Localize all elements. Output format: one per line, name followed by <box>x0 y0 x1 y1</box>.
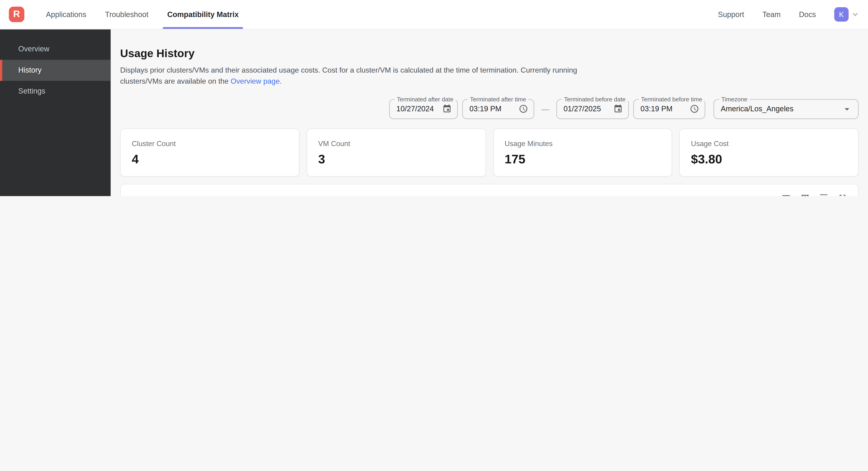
stat-label: Cluster Count <box>132 140 288 148</box>
stat-label: VM Count <box>318 140 474 148</box>
fullscreen-icon[interactable] <box>835 190 850 196</box>
columns-icon[interactable] <box>797 190 812 196</box>
stat-value: $3.80 <box>691 152 847 167</box>
timezone-value: America/Los_Angeles <box>721 105 841 113</box>
date-range-separator: — <box>538 105 552 113</box>
timezone-label: Timezone <box>719 96 750 102</box>
description-line2: clusters/VMs are available on the <box>120 77 230 85</box>
stat-value: 3 <box>318 152 474 167</box>
terminated-after-date-input[interactable]: Terminated after date 10/27/2024 <box>389 99 458 119</box>
stat-card-usage-cost: Usage Cost $3.80 <box>679 128 859 177</box>
nav-link-docs[interactable]: Docs <box>799 10 816 19</box>
clock-icon[interactable] <box>519 104 528 114</box>
description-line1: Displays prior clusters/VMs and their as… <box>120 66 577 74</box>
sidebar-item-settings[interactable]: Settings <box>0 81 111 102</box>
terminated-after-date-label: Terminated after date <box>395 96 456 102</box>
tab-troubleshoot[interactable]: Troubleshoot <box>101 0 153 29</box>
stat-value: 4 <box>132 152 288 167</box>
terminated-after-time-label: Terminated after time <box>468 96 528 102</box>
terminated-before-time-input[interactable]: Terminated before time 03:19 PM <box>633 99 705 119</box>
page-description: Displays prior clusters/VMs and their as… <box>120 65 859 87</box>
terminated-after-date-value: 10/27/2024 <box>397 105 442 113</box>
sidebar-item-history[interactable]: History <box>0 60 111 81</box>
clock-icon[interactable] <box>690 104 699 114</box>
density-icon[interactable] <box>816 190 831 196</box>
tab-compatibility-matrix[interactable]: Compatibility Matrix <box>163 0 243 29</box>
stat-cards: Cluster Count 4 VM Count 3 Usage Minutes… <box>120 128 859 177</box>
terminated-before-date-label: Terminated before date <box>562 96 628 102</box>
stat-card-vm-count: VM Count 3 <box>307 128 486 177</box>
terminated-after-time-input[interactable]: Terminated after time 03:19 PM <box>462 99 534 119</box>
sidebar: Overview History Settings <box>0 29 111 196</box>
stat-label: Usage Minutes <box>504 140 660 148</box>
stat-label: Usage Cost <box>691 140 847 148</box>
terminated-before-date-value: 01/27/2025 <box>563 105 613 113</box>
calendar-icon[interactable] <box>442 104 452 114</box>
terminated-before-time-label: Terminated before time <box>639 96 705 102</box>
stat-card-usage-minutes: Usage Minutes 175 <box>493 128 672 177</box>
app-root: R Applications Troubleshoot Compatibilit… <box>0 0 868 196</box>
calendar-icon[interactable] <box>614 104 623 114</box>
primary-tabs: Applications Troubleshoot Compatibility … <box>41 0 253 29</box>
terminated-after-time-value: 03:19 PM <box>469 105 519 113</box>
timezone-select[interactable]: Timezone America/Los_Angeles <box>714 99 859 119</box>
main-content: Usage History Displays prior clusters/VM… <box>111 29 868 196</box>
page-title: Usage History <box>120 47 859 60</box>
terminated-before-date-input[interactable]: Terminated before date 01/27/2025 <box>556 99 629 119</box>
chevron-down-icon[interactable] <box>850 9 860 19</box>
terminated-before-time-value: 03:19 PM <box>641 105 690 113</box>
nav-link-team[interactable]: Team <box>763 10 781 19</box>
nav-right: Support Team Docs K <box>718 7 868 22</box>
filter-bar: Terminated after date 10/27/2024 Termina… <box>120 99 859 119</box>
overview-page-link[interactable]: Overview page <box>230 77 280 85</box>
avatar[interactable]: K <box>834 7 848 22</box>
filter-icon[interactable] <box>778 190 794 196</box>
dropdown-caret-icon[interactable] <box>841 103 852 114</box>
nav-link-support[interactable]: Support <box>718 10 744 19</box>
description-end: . <box>280 77 282 85</box>
tab-applications[interactable]: Applications <box>41 0 91 29</box>
usage-table-card: ActionsNameByCostDistributionTypeStatusI… <box>120 184 859 196</box>
sidebar-item-overview[interactable]: Overview <box>0 39 111 60</box>
table-toolbar <box>121 184 858 196</box>
stat-card-cluster-count: Cluster Count 4 <box>120 128 299 177</box>
app-logo[interactable]: R <box>9 7 24 22</box>
stat-value: 175 <box>504 152 660 167</box>
top-nav: R Applications Troubleshoot Compatibilit… <box>0 0 868 29</box>
